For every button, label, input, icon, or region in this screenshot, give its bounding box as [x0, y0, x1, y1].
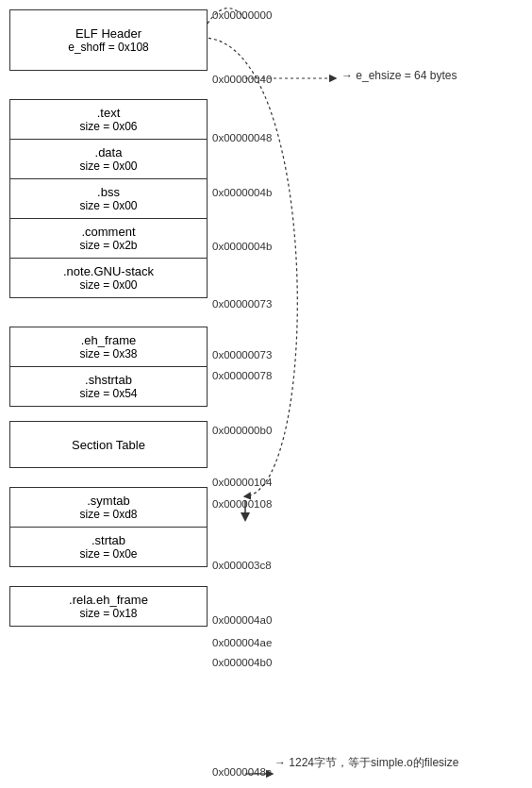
addr-0x00000104: 0x00000104	[212, 477, 272, 488]
symtab-sub: size = 0xd8	[14, 508, 203, 521]
note-sub: size = 0x00	[14, 278, 203, 292]
text-sub: size = 0x06	[14, 120, 203, 133]
gap2	[9, 298, 208, 327]
gap1	[9, 71, 208, 99]
bss-title: .bss	[14, 185, 203, 199]
addr-0x00000040: 0x00000040	[212, 74, 272, 85]
ann-ehsize: → e_ehsize = 64 bytes	[341, 69, 457, 82]
addr-0x000004a0: 0x000004a0	[212, 614, 272, 626]
comment-block: .comment size = 0x2b	[10, 219, 207, 259]
shstrtab-title: .shstrtab	[14, 373, 203, 387]
elf-header-title: ELF Header	[14, 26, 203, 41]
data-title: .data	[14, 145, 203, 159]
rela-eh-frame-title: .rela.eh_frame	[14, 593, 203, 607]
addr-0x00000073-a: 0x00000073	[212, 298, 272, 310]
addr-0x00000108: 0x00000108	[212, 498, 272, 510]
comment-title: .comment	[14, 225, 203, 239]
rela-eh-frame-block: .rela.eh_frame size = 0x18	[9, 586, 208, 627]
strtab-title: .strtab	[14, 533, 203, 547]
addr-0x000004ae: 0x000004ae	[212, 637, 272, 648]
shstrtab-sub: size = 0x54	[14, 387, 203, 400]
group-a: .text size = 0x06 .data size = 0x00 .bss…	[9, 99, 208, 298]
note-block: .note.GNU-stack size = 0x00	[10, 259, 207, 297]
rela-eh-frame-sub: size = 0x18	[14, 607, 203, 620]
symtab-title: .symtab	[14, 494, 203, 508]
addr-0x00000000: 0x00000000	[212, 9, 272, 21]
data-sub: size = 0x00	[14, 159, 203, 173]
gap3	[9, 407, 208, 421]
elf-header-block: ELF Header e_shoff = 0x108	[9, 9, 208, 71]
symtab-block: .symtab size = 0xd8	[10, 488, 207, 528]
addr-0x000004b0: 0x000004b0	[212, 657, 272, 668]
bss-sub: size = 0x00	[14, 199, 203, 212]
eh-frame-title: .eh_frame	[14, 333, 203, 347]
text-block: .text size = 0x06	[10, 100, 207, 140]
addr-0x00000078: 0x00000078	[212, 370, 272, 381]
note-title: .note.GNU-stack	[14, 264, 203, 278]
addr-0x0000004b-b: 0x0000004b	[212, 241, 272, 252]
addr-0x00000073-b: 0x00000073	[212, 349, 272, 360]
section-table-title: Section Table	[14, 438, 203, 452]
addr-0x000003c8: 0x000003c8	[212, 560, 272, 571]
addr-0x00000048a: 0x00000048	[212, 132, 272, 143]
group-b: .eh_frame size = 0x38 .shstrtab size = 0…	[9, 327, 208, 407]
text-title: .text	[14, 106, 203, 120]
gap4	[9, 468, 208, 487]
group-c: .symtab size = 0xd8 .strtab size = 0x0e	[9, 487, 208, 567]
comment-sub: size = 0x2b	[14, 239, 203, 252]
addr-0x0000004b-a: 0x0000004b	[212, 187, 272, 198]
shstrtab-block: .shstrtab size = 0x54	[10, 367, 207, 406]
strtab-sub: size = 0x0e	[14, 547, 203, 561]
eh-frame-sub: size = 0x38	[14, 347, 203, 360]
strtab-block: .strtab size = 0x0e	[10, 528, 207, 566]
ann-filesize: → 1224字节，等于simple.o的filesize	[274, 755, 458, 771]
eh-frame-block: .eh_frame size = 0x38	[10, 327, 207, 367]
bss-block: .bss size = 0x00	[10, 179, 207, 219]
blocks-column: ELF Header e_shoff = 0x108 .text size = …	[9, 9, 208, 627]
section-table-block: Section Table	[9, 421, 208, 468]
addr-0x0000048c: 0x0000048c	[212, 766, 272, 778]
elf-header-sub: e_shoff = 0x108	[14, 41, 203, 54]
diagram-container: ELF Header e_shoff = 0x108 .text size = …	[0, 0, 532, 788]
addr-0x000000b0: 0x000000b0	[212, 425, 272, 436]
gap5	[9, 567, 208, 586]
data-block: .data size = 0x00	[10, 140, 207, 179]
